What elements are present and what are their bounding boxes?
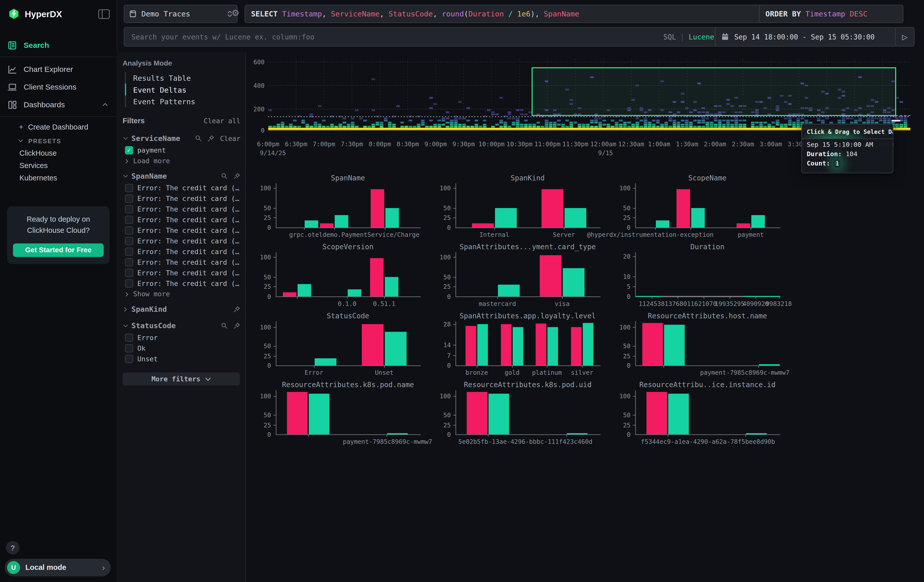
search-input[interactable] [130, 32, 663, 41]
filter-checkbox-row[interactable]: Error: The credit card (… [117, 246, 245, 257]
analysis-mode-event-deltas[interactable]: Event Deltas [125, 84, 245, 96]
checkbox-unchecked[interactable] [125, 247, 133, 256]
y-tick-label: 100 [248, 323, 271, 330]
get-started-button[interactable]: Get Started for Free [13, 243, 104, 257]
checkbox-unchecked[interactable] [125, 258, 133, 267]
chart-body: 10050250payment-7985c8969c-mwmw7 [607, 321, 787, 378]
y-tick-label: 50 [427, 273, 451, 280]
chart-title: SpanAttributes...yment.card_type [455, 243, 600, 252]
date-range-picker[interactable]: Sep 14 18:00:00 - Sep 15 05:30:00 [715, 27, 898, 46]
duration-heatmap[interactable] [268, 59, 911, 131]
y-tick-label: 100 [427, 254, 451, 260]
pin-icon[interactable] [208, 135, 215, 142]
search-icon[interactable] [195, 135, 202, 142]
run-query-button[interactable]: ▷ [895, 27, 915, 46]
create-dashboard-button[interactable]: +Create Dashboard [0, 120, 117, 134]
order-by-editor[interactable]: ORDER BY Timestamp DESC [759, 5, 904, 23]
chevron-down-icon[interactable] [122, 135, 128, 141]
pin-icon[interactable] [233, 322, 240, 329]
filter-checkbox-row[interactable]: Error: The credit card (… [117, 214, 245, 225]
checkbox-checked[interactable]: ✓ [125, 146, 133, 155]
local-mode-label: Local mode [25, 564, 102, 572]
checkbox-unchecked[interactable] [125, 184, 133, 192]
help-button[interactable]: ? [6, 541, 20, 555]
analysis-mode-event-patterns[interactable]: Event Patterns [125, 96, 245, 107]
filter-checkbox-row[interactable]: Error [117, 333, 245, 343]
bar-inlier [477, 324, 488, 365]
chart-body: 2010501124538137680116210701993529540909… [607, 252, 787, 309]
analysis-mode-results-table[interactable]: Results Table [125, 72, 245, 84]
filter-checkbox-row[interactable]: Error: The credit card (… [117, 278, 245, 289]
bar-inlier [691, 208, 705, 228]
chart-plot: grpc.oteldemo.PaymentService/Charge [276, 183, 421, 228]
gear-icon[interactable]: ⚙ [231, 8, 239, 18]
sidebar-item-dashboards[interactable]: Dashboards [0, 96, 117, 113]
bar-outlier [287, 392, 308, 434]
checkbox-unchecked[interactable] [125, 226, 133, 234]
clear-all-button[interactable]: Clear all [204, 117, 240, 125]
sidebar-collapse-icon[interactable] [98, 9, 110, 18]
x-tick [497, 296, 498, 298]
local-mode-button[interactable]: U Local mode › [5, 559, 111, 576]
sidebar-item-kubernetes[interactable]: Kubernetes [0, 171, 117, 184]
bar-inlier [304, 220, 318, 228]
filter-checkbox-row[interactable]: Error: The credit card (… [117, 193, 245, 204]
presets-toggle[interactable]: PRESETS [0, 134, 117, 147]
filter-section-title[interactable]: SpanName [131, 171, 216, 180]
sidebar-item-services[interactable]: Services [0, 159, 117, 171]
sql-select-editor[interactable]: SELECT Timestamp, ServiceName, StatusCod… [245, 5, 765, 23]
sql-mode-toggle[interactable]: SQL [663, 33, 676, 41]
date-range-value: Sep 14 18:00:00 - Sep 15 05:30:00 [734, 33, 874, 41]
filter-checkbox-row[interactable]: Error: The credit card (… [117, 257, 245, 267]
chevron-right-icon[interactable] [122, 306, 128, 312]
search-icon[interactable] [221, 172, 228, 180]
x-tick-label: platinum [532, 369, 562, 376]
checkbox-unchecked[interactable] [125, 279, 133, 288]
pin-icon[interactable] [233, 172, 240, 180]
sidebar-item-chart-explorer[interactable]: Chart Explorer [0, 60, 117, 78]
y-tick-label: 0 [427, 224, 451, 231]
flat-outlier-line [660, 295, 744, 296]
load-more-button[interactable]: Load more [117, 156, 245, 166]
filter-checkbox-row[interactable]: Ok [117, 343, 245, 353]
checkbox-unchecked[interactable] [125, 333, 133, 342]
chevron-down-icon[interactable] [122, 323, 128, 328]
filter-checkbox-row[interactable]: Error: The credit card (… [117, 236, 245, 246]
filter-value-label: Error: The credit card (… [137, 237, 239, 245]
filter-clear-button[interactable]: Clear [220, 134, 241, 142]
filter-checkbox-row[interactable]: ✓payment [117, 145, 245, 156]
bar-inlier [309, 394, 329, 434]
checkbox-unchecked[interactable] [125, 216, 133, 224]
sidebar-item-clickhouse[interactable]: ClickHouse [0, 147, 117, 159]
chevron-down-icon[interactable] [122, 173, 128, 179]
checkbox-unchecked[interactable] [125, 237, 133, 245]
search-icon[interactable] [221, 322, 228, 329]
checkbox-unchecked[interactable] [125, 195, 133, 203]
source-select[interactable]: Demo Traces [124, 5, 237, 23]
checkbox-unchecked[interactable] [125, 355, 133, 363]
filter-checkbox-row[interactable]: Error: The credit card (… [117, 204, 245, 214]
more-filters-button[interactable]: More filters [122, 373, 239, 386]
checkbox-unchecked[interactable] [125, 205, 133, 213]
show-more-button[interactable]: Show more [117, 289, 245, 299]
bar-inlier [495, 208, 516, 228]
bar-outlier [362, 324, 384, 365]
filter-section-title[interactable]: StatusCode [131, 321, 216, 330]
sidebar-item-search[interactable]: Search [0, 36, 117, 54]
filter-section-title[interactable]: SpanKind [131, 305, 228, 313]
checkbox-unchecked[interactable] [125, 344, 133, 353]
filter-checkbox-row[interactable]: Unset [117, 353, 245, 364]
lucene-mode-toggle[interactable]: Lucene [689, 33, 714, 41]
heatmap-x-tick: 7:30pm [341, 140, 363, 147]
filter-checkbox-row[interactable]: Error: The credit card (… [117, 267, 245, 278]
filter-checkbox-row[interactable]: Error: The credit card (… [117, 183, 245, 193]
chevron-down-icon [122, 173, 128, 179]
pin-icon[interactable] [233, 306, 240, 313]
sidebar-item-client-sessions[interactable]: Client Sessions [0, 77, 117, 96]
bar-inlier [567, 433, 587, 434]
checkbox-unchecked[interactable] [125, 269, 133, 277]
filter-section-title[interactable]: ServiceName [131, 134, 190, 143]
filter-checkbox-row[interactable]: Error: The credit card (… [117, 225, 245, 236]
x-tick [384, 296, 385, 298]
bar-outlier [536, 323, 546, 365]
